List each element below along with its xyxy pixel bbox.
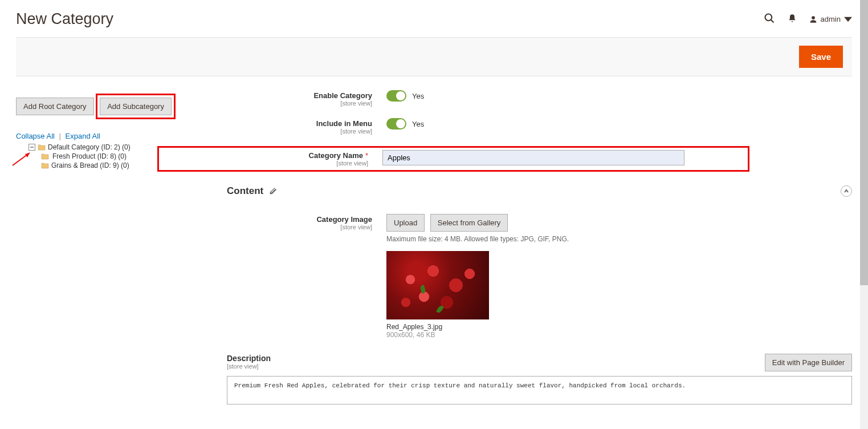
action-bar: Save: [16, 37, 852, 76]
required-mark: *: [365, 151, 368, 160]
annotation-box-addsub: Add Subcategory: [96, 94, 176, 119]
pencil-icon: [269, 187, 277, 195]
enable-value: Yes: [412, 92, 424, 100]
bell-icon[interactable]: [788, 13, 797, 25]
arrow-annotation: [11, 149, 34, 167]
collapse-all-link[interactable]: Collapse All: [16, 132, 55, 140]
upload-hint: Maximum file size: 4 MB. Allowed file ty…: [386, 235, 852, 243]
expand-all-link[interactable]: Expand All: [66, 132, 100, 140]
scope-label: [store view]: [227, 224, 372, 230]
file-size: 900x600, 46 KB: [386, 331, 852, 339]
user-menu[interactable]: admin: [809, 15, 852, 23]
svg-line-1: [771, 20, 773, 23]
enable-toggle[interactable]: [386, 90, 406, 102]
user-label: admin: [821, 15, 841, 23]
tree-label: Grains & Bread (ID: 9) (0): [51, 161, 129, 169]
svg-point-0: [765, 14, 772, 21]
gallery-button[interactable]: Select from Gallery: [430, 214, 508, 232]
edit-pagebuilder-button[interactable]: Edit with Page Builder: [765, 354, 852, 371]
image-preview[interactable]: [386, 251, 489, 319]
description-label: Description: [227, 354, 271, 363]
upload-button[interactable]: Upload: [386, 214, 425, 232]
file-name: Red_Apples_3.jpg: [386, 323, 852, 331]
divider: |: [59, 132, 61, 140]
menu-toggle[interactable]: [386, 118, 406, 129]
enable-label: Enable Category: [313, 91, 372, 100]
content-section-title[interactable]: Content: [227, 185, 277, 197]
scope-label: [store view]: [227, 128, 372, 135]
menu-value: Yes: [412, 120, 424, 128]
menu-label: Include in Menu: [316, 119, 372, 128]
tree-label: Fresh Product (ID: 8) (0): [51, 152, 128, 160]
collapse-toggle[interactable]: [841, 185, 852, 197]
add-root-button[interactable]: Add Root Category: [16, 98, 94, 115]
page-title: New Category: [16, 10, 113, 28]
folder-icon: [41, 153, 49, 160]
search-icon[interactable]: [764, 13, 775, 26]
save-button[interactable]: Save: [799, 46, 843, 68]
description-editor[interactable]: Premium Fresh Red Apples, celebrated for…: [227, 376, 852, 404]
scope-label: [store view]: [227, 100, 372, 107]
name-label: Category Name: [309, 151, 363, 160]
image-label: Category Image: [316, 215, 372, 224]
folder-icon: [38, 144, 46, 151]
category-name-input[interactable]: [382, 150, 684, 165]
tree-label: Default Category (ID: 2) (0): [48, 143, 131, 151]
scope-label: [store view]: [227, 363, 271, 370]
folder-icon: [41, 162, 49, 169]
add-sub-button[interactable]: Add Subcategory: [100, 98, 172, 115]
annotation-box-name: Category Name* [store view]: [157, 146, 749, 172]
scope-label: [store view]: [160, 160, 368, 167]
